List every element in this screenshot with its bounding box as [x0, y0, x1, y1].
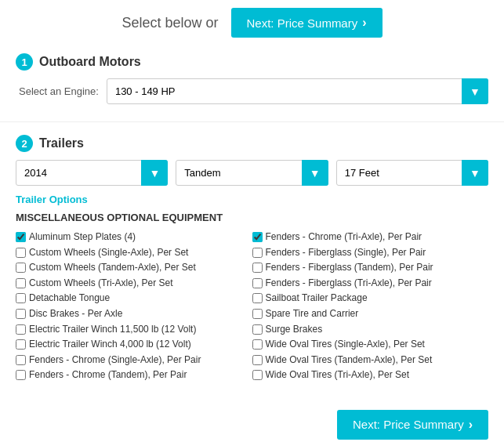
- list-item: Custom Wheels (Single-Axle), Per Set: [16, 245, 252, 261]
- checkbox-label[interactable]: Wide Oval Tires (Tri-Axle), Per Set: [266, 369, 410, 382]
- checkbox-label[interactable]: Disc Brakes - Per Axle: [29, 308, 122, 321]
- checkbox-label[interactable]: Fenders - Fiberglass (Single), Per Pair: [266, 247, 426, 259]
- checkbox-label[interactable]: Fenders - Chrome (Tri-Axle), Per Pair: [266, 231, 422, 244]
- checkbox-custom-wheels-single[interactable]: [16, 248, 26, 258]
- year-select[interactable]: 2012 2013 2014 2015 2016: [16, 160, 168, 186]
- checkbox-sailboat-trailer[interactable]: [252, 293, 263, 303]
- list-item: Fenders - Fiberglass (Single), Per Pair: [252, 245, 489, 261]
- type-select[interactable]: Single-Axle Tandem Tri-Axle: [176, 160, 328, 186]
- list-item: Fenders - Chrome (Tandem), Per Pair: [16, 368, 252, 383]
- list-item: Fenders - Chrome (Tri-Axle), Per Pair: [252, 230, 489, 245]
- next-price-summary-top-button[interactable]: Next: Price Summary ›: [231, 8, 383, 38]
- checkbox-label[interactable]: Sailboat Trailer Package: [266, 292, 368, 305]
- checkbox-label[interactable]: Custom Wheels (Tri-Axle), Per Set: [29, 277, 173, 290]
- footer: Next: Price Summary ›: [0, 402, 504, 442]
- section2-label: Trailers: [39, 136, 84, 150]
- next-bottom-label: Next: Price Summary: [353, 418, 464, 431]
- size-select[interactable]: 14 Feet 15 Feet 16 Feet 17 Feet 18 Feet …: [336, 160, 488, 186]
- trailer-options-label: Trailer Options: [16, 194, 488, 205]
- next-top-label: Next: Price Summary: [247, 16, 358, 30]
- checkbox-label[interactable]: Aluminum Step Plates (4): [29, 231, 136, 244]
- list-item: Electric Trailer Winch 4,000 lb (12 Volt…: [16, 337, 252, 353]
- checkbox-label[interactable]: Fenders - Chrome (Tandem), Per Pair: [29, 369, 187, 382]
- checkbox-label[interactable]: Spare Tire and Carrier: [266, 308, 359, 321]
- checkbox-detachable-tongue[interactable]: [16, 293, 26, 303]
- checkbox-disc-brakes[interactable]: [16, 309, 26, 319]
- list-item: Spare Tire and Carrier: [252, 306, 489, 322]
- checkbox-custom-wheels-tri[interactable]: [16, 278, 26, 288]
- list-item: Detachable Tongue: [16, 291, 252, 306]
- list-item: Fenders - Chrome (Single-Axle), Per Pair: [16, 353, 252, 368]
- checkbox-label[interactable]: Custom Wheels (Tandem-Axle), Per Set: [29, 262, 196, 274]
- checkbox-label[interactable]: Electric Trailer Winch 4,000 lb (12 Volt…: [29, 339, 191, 351]
- checkbox-label[interactable]: Fenders - Fiberglass (Tandem), Per Pair: [266, 262, 433, 274]
- section-divider: [0, 121, 504, 122]
- section2-number: 2: [16, 135, 33, 152]
- year-select-wrapper: 2012 2013 2014 2015 2016 ▼: [16, 160, 168, 186]
- type-select-wrapper: Single-Axle Tandem Tri-Axle ▼: [176, 160, 328, 186]
- list-item: Wide Oval Tires (Tri-Axle), Per Set: [252, 368, 489, 383]
- checkbox-label[interactable]: Wide Oval Tires (Single-Axle), Per Set: [266, 339, 425, 351]
- trailers-dropdowns-row: 2012 2013 2014 2015 2016 ▼ Single-Axle T…: [16, 160, 488, 186]
- checkbox-label[interactable]: Fenders - Fiberglass (Tri-Axle), Per Pai…: [266, 277, 432, 290]
- checkbox-label[interactable]: Surge Brakes: [266, 324, 323, 336]
- checkbox-surge-brakes[interactable]: [252, 324, 263, 335]
- checkbox-label[interactable]: Wide Oval Tires (Tandem-Axle), Per Set: [266, 354, 433, 367]
- list-item: Wide Oval Tires (Tandem-Axle), Per Set: [252, 353, 489, 368]
- list-item: Custom Wheels (Tri-Axle), Per Set: [16, 276, 252, 292]
- list-item: Electric Trailer Winch 11,500 lb (12 Vol…: [16, 322, 252, 338]
- list-item: Surge Brakes: [252, 322, 489, 338]
- checkbox-fenders-chrome-tri[interactable]: [252, 232, 263, 242]
- engine-select[interactable]: Under 50 HP 50 - 74 HP 75 - 99 HP 100 - …: [107, 78, 488, 104]
- section1-number: 1: [16, 53, 33, 71]
- checkbox-fenders-chrome-single[interactable]: [16, 355, 26, 365]
- engine-row: Select an Engine: Under 50 HP 50 - 74 HP…: [19, 78, 488, 104]
- engine-select-wrapper: Under 50 HP 50 - 74 HP 75 - 99 HP 100 - …: [107, 78, 488, 104]
- checkbox-fenders-fiberglass-tri[interactable]: [252, 278, 263, 288]
- checkbox-label[interactable]: Detachable Tongue: [29, 292, 110, 305]
- checkbox-fenders-chrome-tandem[interactable]: [16, 370, 26, 380]
- list-item: Wide Oval Tires (Single-Axle), Per Set: [252, 337, 489, 353]
- list-item: Fenders - Fiberglass (Tandem), Per Pair: [252, 260, 489, 276]
- checkbox-winch-11500[interactable]: [16, 324, 26, 335]
- list-item: Custom Wheels (Tandem-Axle), Per Set: [16, 260, 252, 276]
- trailers-section: 2 Trailers 2012 2013 2014 2015 2016 ▼ Si…: [0, 127, 504, 402]
- checkboxes-left-col: Aluminum Step Plates (4) Custom Wheels (…: [16, 230, 252, 383]
- checkbox-aluminum-step-plates[interactable]: [16, 232, 26, 242]
- checkbox-label[interactable]: Custom Wheels (Single-Axle), Per Set: [29, 247, 188, 259]
- chevron-right-icon: ›: [362, 16, 366, 30]
- list-item: Disc Brakes - Per Axle: [16, 306, 252, 322]
- list-item: Aluminum Step Plates (4): [16, 230, 252, 245]
- list-item: Fenders - Fiberglass (Tri-Axle), Per Pai…: [252, 276, 489, 292]
- checkboxes-grid: Aluminum Step Plates (4) Custom Wheels (…: [16, 230, 488, 383]
- checkbox-wide-oval-single[interactable]: [252, 339, 263, 350]
- header-text: Select below or: [121, 15, 218, 31]
- checkbox-spare-tire[interactable]: [252, 309, 263, 319]
- next-price-summary-bottom-button[interactable]: Next: Price Summary ›: [337, 410, 488, 440]
- list-item: Sailboat Trailer Package: [252, 291, 489, 306]
- checkbox-label[interactable]: Electric Trailer Winch 11,500 lb (12 Vol…: [29, 324, 196, 336]
- misc-label: Miscellaneous Optional Equipment: [16, 212, 488, 223]
- engine-label: Select an Engine:: [19, 85, 99, 97]
- checkboxes-right-col: Fenders - Chrome (Tri-Axle), Per Pair Fe…: [252, 230, 489, 383]
- section2-title: 2 Trailers: [16, 135, 488, 152]
- checkbox-fenders-fiberglass-single[interactable]: [252, 248, 263, 258]
- outboard-motors-section: 1 Outboard Motors Select an Engine: Unde…: [0, 45, 504, 117]
- section1-title: 1 Outboard Motors: [16, 53, 488, 71]
- checkbox-wide-oval-tandem[interactable]: [252, 355, 263, 365]
- chevron-right-bottom-icon: ›: [469, 418, 473, 432]
- section1-label: Outboard Motors: [39, 55, 141, 69]
- checkbox-fenders-fiberglass-tandem[interactable]: [252, 263, 263, 273]
- checkbox-wide-oval-tri[interactable]: [252, 370, 263, 380]
- size-select-wrapper: 14 Feet 15 Feet 16 Feet 17 Feet 18 Feet …: [336, 160, 488, 186]
- checkbox-label[interactable]: Fenders - Chrome (Single-Axle), Per Pair: [29, 354, 201, 367]
- checkbox-winch-4000[interactable]: [16, 339, 26, 350]
- header: Select below or Next: Price Summary ›: [0, 0, 504, 45]
- checkbox-custom-wheels-tandem[interactable]: [16, 263, 26, 273]
